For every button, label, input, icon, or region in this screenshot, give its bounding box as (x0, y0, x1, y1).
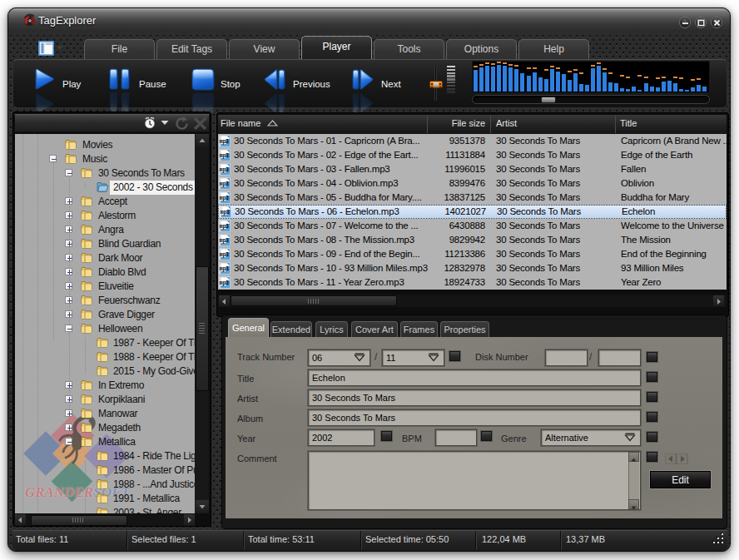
svg-text:mp3: mp3 (221, 210, 230, 216)
svg-text:mp3: mp3 (220, 167, 229, 173)
svg-text:mp3: mp3 (220, 196, 229, 201)
svg-text:mp3: mp3 (220, 153, 229, 159)
svg-text:mp3: mp3 (220, 139, 229, 145)
svg-text:mp3: mp3 (220, 181, 229, 187)
svg-text:mp3: mp3 (220, 252, 229, 258)
svg-text:mp3: mp3 (220, 238, 229, 244)
svg-text:mp3: mp3 (220, 224, 229, 230)
svg-text:mp3: mp3 (220, 280, 229, 286)
svg-text:mp3: mp3 (220, 266, 229, 272)
